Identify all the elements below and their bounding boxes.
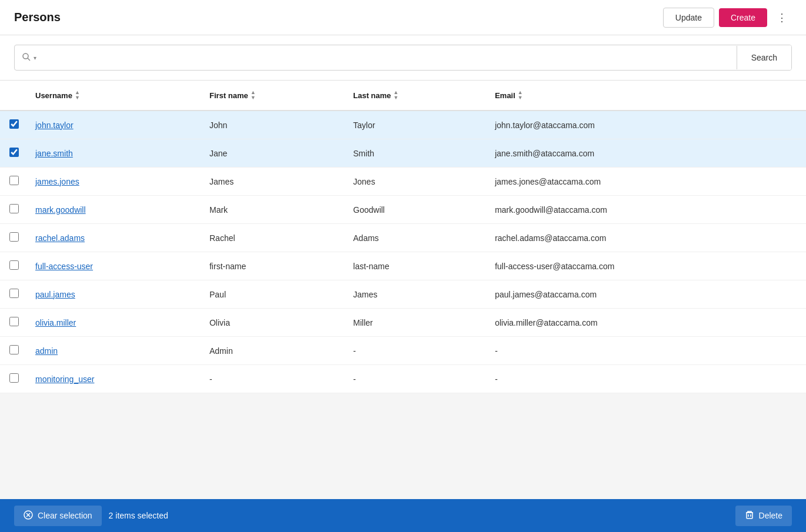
cell-last-name: last-name [346, 252, 488, 280]
page-title: Persons [14, 11, 61, 24]
col-first-name-header[interactable]: First name ▲▼ [209, 90, 256, 101]
username-link[interactable]: james.jones [35, 177, 79, 186]
cell-last-name: - [346, 365, 488, 393]
cell-email: rachel.adams@ataccama.com [488, 224, 806, 252]
username-link[interactable]: mark.goodwill [35, 205, 86, 215]
cell-username: monitoring_user [28, 365, 202, 393]
email-sort-icon: ▲▼ [518, 90, 523, 101]
last-name-sort-icon: ▲▼ [394, 90, 399, 101]
table-container: Username ▲▼ First name ▲▼ [0, 81, 806, 393]
col-last-name-header[interactable]: Last name ▲▼ [353, 90, 398, 101]
cell-first-name: Olivia [202, 309, 346, 337]
row-checkbox[interactable] [9, 289, 19, 298]
row-checkbox-cell [0, 168, 28, 196]
row-checkbox-cell [0, 280, 28, 309]
username-link[interactable]: full-access-user [35, 262, 93, 271]
search-input[interactable] [36, 47, 730, 68]
select-all-column [0, 81, 28, 111]
create-button[interactable]: Create [719, 8, 767, 27]
search-filter-toggle[interactable]: ▾ [22, 52, 36, 63]
svg-line-1 [28, 58, 30, 61]
row-checkbox[interactable] [9, 317, 19, 326]
cell-email: paul.james@ataccama.com [488, 280, 806, 309]
cell-username: james.jones [28, 168, 202, 196]
row-checkbox-cell [0, 337, 28, 365]
row-checkbox-cell [0, 196, 28, 224]
col-username-header[interactable]: Username ▲▼ [35, 90, 80, 101]
table-row: rachel.adamsRachelAdamsrachel.adams@atac… [0, 224, 806, 252]
table-row: monitoring_user--- [0, 365, 806, 393]
row-checkbox-cell [0, 139, 28, 168]
cell-username: olivia.miller [28, 309, 202, 337]
search-icon [22, 52, 31, 63]
first-name-sort-icon: ▲▼ [251, 90, 256, 101]
username-link[interactable]: rachel.adams [35, 233, 85, 243]
row-checkbox[interactable] [9, 260, 19, 270]
table-row: adminAdmin-- [0, 337, 806, 365]
col-first-name: First name ▲▼ [202, 81, 346, 111]
cell-last-name: Goodwill [346, 196, 488, 224]
cell-email: john.taylor@ataccama.com [488, 111, 806, 139]
username-link[interactable]: john.taylor [35, 121, 74, 130]
cell-email: - [488, 337, 806, 365]
cell-last-name: Taylor [346, 111, 488, 139]
search-section: ▾ Search [0, 35, 806, 81]
cell-email: jane.smith@ataccama.com [488, 139, 806, 168]
cell-first-name: Admin [202, 337, 346, 365]
table-row: full-access-userfirst-namelast-namefull-… [0, 252, 806, 280]
cell-username: jane.smith [28, 139, 202, 168]
row-checkbox-cell [0, 111, 28, 139]
row-checkbox[interactable] [9, 345, 19, 354]
cell-email: full-access-user@ataccama.com [488, 252, 806, 280]
cell-username: admin [28, 337, 202, 365]
table-row: jane.smithJaneSmithjane.smith@ataccama.c… [0, 139, 806, 168]
row-checkbox[interactable] [9, 148, 19, 157]
row-checkbox[interactable] [9, 176, 19, 185]
cell-username: rachel.adams [28, 224, 202, 252]
username-link[interactable]: olivia.miller [35, 318, 76, 327]
cell-first-name: Paul [202, 280, 346, 309]
cell-first-name: - [202, 365, 346, 393]
cell-last-name: Miller [346, 309, 488, 337]
search-button[interactable]: Search [737, 45, 791, 70]
cell-username: mark.goodwill [28, 196, 202, 224]
username-link[interactable]: monitoring_user [35, 374, 94, 384]
update-button[interactable]: Update [663, 8, 714, 28]
col-username: Username ▲▼ [28, 81, 202, 111]
cell-last-name: James [346, 280, 488, 309]
row-checkbox-cell [0, 252, 28, 280]
col-email: Email ▲▼ [488, 81, 806, 111]
row-checkbox-cell [0, 309, 28, 337]
row-checkbox[interactable] [9, 373, 19, 383]
username-sort-icon: ▲▼ [75, 90, 80, 101]
cell-email: james.jones@ataccama.com [488, 168, 806, 196]
row-checkbox[interactable] [9, 232, 19, 242]
table-row: mark.goodwillMarkGoodwillmark.goodwill@a… [0, 196, 806, 224]
cell-last-name: Jones [346, 168, 488, 196]
cell-username: paul.james [28, 280, 202, 309]
cell-email: mark.goodwill@ataccama.com [488, 196, 806, 224]
cell-username: john.taylor [28, 111, 202, 139]
persons-table: Username ▲▼ First name ▲▼ [0, 81, 806, 393]
header-actions: Update Create ⋮ [663, 8, 792, 28]
cell-last-name: - [346, 337, 488, 365]
username-link[interactable]: jane.smith [35, 149, 73, 158]
cell-first-name: Rachel [202, 224, 346, 252]
cell-first-name: John [202, 111, 346, 139]
cell-first-name: James [202, 168, 346, 196]
table-header-row: Username ▲▼ First name ▲▼ [0, 81, 806, 111]
row-checkbox[interactable] [9, 119, 19, 129]
page-header: Persons Update Create ⋮ [0, 0, 806, 35]
row-checkbox[interactable] [9, 204, 19, 213]
search-input-wrapper: ▾ [15, 47, 737, 68]
table-row: james.jonesJamesJonesjames.jones@ataccam… [0, 168, 806, 196]
more-options-button[interactable]: ⋮ [772, 9, 792, 26]
cell-email: olivia.miller@ataccama.com [488, 309, 806, 337]
col-email-header[interactable]: Email ▲▼ [495, 90, 523, 101]
svg-point-0 [23, 53, 28, 59]
username-link[interactable]: admin [35, 346, 58, 356]
username-link[interactable]: paul.james [35, 290, 75, 299]
cell-first-name: Mark [202, 196, 346, 224]
table-row: paul.jamesPaulJamespaul.james@ataccama.c… [0, 280, 806, 309]
row-checkbox-cell [0, 224, 28, 252]
